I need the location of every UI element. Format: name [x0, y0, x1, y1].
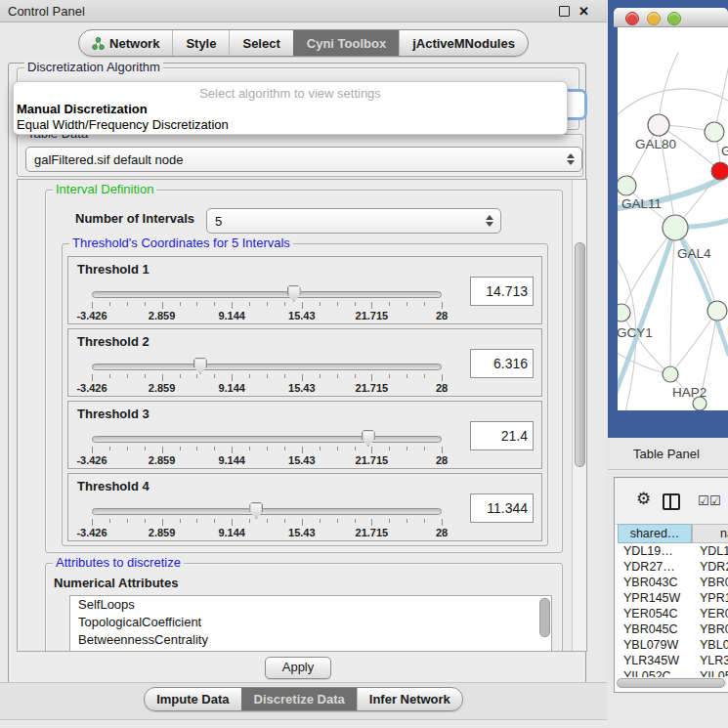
- cell-name[interactable]: YIL05: [692, 668, 728, 677]
- threshold-slider[interactable]: -3.4262.8599.14415.4321.71528: [92, 357, 442, 392]
- tab-label: jActiveMNodules: [412, 36, 515, 51]
- slider-handle[interactable]: [362, 430, 375, 447]
- cell-name[interactable]: YBR04: [692, 575, 728, 590]
- threshold-slider[interactable]: -3.4262.8599.14415.4321.71528: [92, 284, 442, 320]
- network-node-label: GAL4: [677, 246, 711, 261]
- tick-mark: [180, 374, 181, 378]
- cell-name[interactable]: YBR04: [692, 621, 728, 637]
- cell-shared-name[interactable]: YLR345W: [618, 653, 692, 668]
- mac-minimize-button[interactable]: [647, 12, 661, 25]
- tick-mark: [196, 519, 197, 523]
- group-title: Threshold's Coordinates for 5 Intervals: [69, 236, 293, 250]
- network-node-3[interactable]: [618, 176, 636, 195]
- tick-mark: [371, 302, 372, 309]
- cell-shared-name[interactable]: YBR043C: [618, 575, 692, 590]
- network-node-1[interactable]: [705, 122, 724, 142]
- threshold-value-field[interactable]: 14.713: [470, 277, 534, 306]
- checkbox-icon[interactable]: ☑: [698, 494, 709, 507]
- cell-name[interactable]: YER05: [692, 606, 728, 621]
- tick-mark: [389, 447, 390, 450]
- table-row[interactable]: YDR27…YDR27: [618, 559, 728, 575]
- split-columns-icon[interactable]: [663, 493, 680, 510]
- tab-cyni-toolbox[interactable]: Cyni Toolbox: [293, 30, 399, 56]
- network-canvas[interactable]: GAL80G.CGAL11GAL4GCY1HHAP2: [618, 27, 728, 410]
- tick-mark: [109, 374, 110, 378]
- attribute-item-topologicalcoefficient[interactable]: TopologicalCoefficient: [70, 614, 551, 631]
- network-window-titlebar[interactable]: [614, 8, 728, 27]
- table-row[interactable]: YER054CYER05: [618, 606, 728, 621]
- attribute-item-betweennesscentrality[interactable]: BetweennessCentrality: [70, 631, 551, 649]
- table-hscrollbar-thumb[interactable]: [617, 678, 725, 688]
- algorithm-option-equal-width[interactable]: Equal Width/Frequency Discretization: [14, 116, 567, 132]
- table-row[interactable]: YBR043CYBR04: [618, 575, 728, 590]
- apply-button[interactable]: Apply: [265, 657, 331, 679]
- panel-scrollbar-thumb[interactable]: [575, 242, 585, 467]
- tick-mark: [109, 447, 110, 450]
- tab-label: Select: [242, 36, 279, 51]
- group-title: Attributes to discretize: [53, 555, 184, 570]
- tab-select[interactable]: Select: [229, 30, 292, 56]
- cell-shared-name[interactable]: YBL079W: [618, 637, 692, 653]
- table-row[interactable]: YLR345WYLR34: [618, 653, 728, 668]
- slider-track: [92, 291, 442, 298]
- column-header-name[interactable]: na: [692, 524, 728, 543]
- table-row[interactable]: YBL079WYBL07: [618, 637, 728, 653]
- column-header-shared-name[interactable]: shared…: [618, 524, 692, 543]
- number-of-intervals-combo[interactable]: 5: [206, 208, 501, 234]
- network-node-4[interactable]: [663, 215, 688, 240]
- network-node-5[interactable]: [618, 304, 630, 321]
- network-node-2[interactable]: [711, 162, 728, 180]
- tab-network[interactable]: Network: [79, 30, 172, 56]
- gear-icon[interactable]: ⚙: [636, 491, 651, 507]
- table-data-combo[interactable]: galFiltered.sif default node: [25, 147, 582, 172]
- tick-label: 2.859: [149, 310, 176, 321]
- network-node-7[interactable]: [663, 366, 678, 382]
- checkbox-icon[interactable]: ☑: [709, 494, 721, 507]
- threshold-value-field[interactable]: 6.316: [470, 349, 534, 378]
- cell-name[interactable]: YPR14: [692, 590, 728, 606]
- cell-shared-name[interactable]: YBR045C: [618, 621, 692, 637]
- mac-zoom-button[interactable]: [667, 12, 681, 25]
- slider-tick-labels: -3.4262.8599.14415.4321.71528: [92, 382, 442, 394]
- tick-mark: [249, 519, 250, 523]
- cell-shared-name[interactable]: YDR27…: [618, 559, 692, 575]
- cell-name[interactable]: YBL07: [692, 637, 728, 653]
- table-row[interactable]: YIL052CYIL05: [618, 668, 728, 677]
- network-node-6[interactable]: [707, 301, 727, 321]
- attribute-item-selfloops[interactable]: SelfLoops: [70, 596, 551, 614]
- slider-handle[interactable]: [249, 502, 263, 519]
- tab-jactivemnodules[interactable]: jActiveMNodules: [399, 30, 528, 56]
- tab-discretize-data[interactable]: Discretize Data: [241, 688, 357, 710]
- table-row[interactable]: YPR145WYPR14: [618, 590, 728, 606]
- table-row[interactable]: YDL19…YDL19: [618, 543, 728, 559]
- threshold-value-field[interactable]: 11.344: [470, 493, 534, 523]
- tab-infer-network[interactable]: Infer Network: [357, 688, 462, 710]
- tab-style[interactable]: Style: [172, 30, 229, 56]
- close-icon[interactable]: ✕: [578, 5, 589, 18]
- tab-impute-data[interactable]: Impute Data: [145, 688, 240, 710]
- cell-shared-name[interactable]: YPR145W: [618, 590, 692, 606]
- algorithm-option-manual[interactable]: Manual Discretization: [14, 101, 567, 116]
- slider-handle[interactable]: [193, 358, 207, 374]
- cell-name[interactable]: YDL19: [692, 543, 728, 559]
- network-node-0[interactable]: [648, 114, 669, 136]
- cell-name[interactable]: YDR27: [692, 559, 728, 575]
- tick-mark: [407, 374, 407, 378]
- slider-handle[interactable]: [287, 285, 301, 302]
- threshold-slider[interactable]: -3.4262.8599.14415.4321.71528: [92, 429, 442, 464]
- cell-shared-name[interactable]: YDL19…: [618, 543, 692, 559]
- cell-name[interactable]: YLR34: [692, 653, 728, 668]
- list-scrollbar-thumb[interactable]: [539, 598, 550, 637]
- threshold-value-field[interactable]: 21.4: [470, 421, 534, 450]
- mac-close-button[interactable]: [625, 12, 639, 25]
- bottom-tab-bar: Impute DataDiscretize DataInfer Network: [144, 687, 463, 711]
- tab-label: Impute Data: [156, 692, 229, 707]
- threshold-slider[interactable]: -3.4262.8599.14415.4321.71528: [92, 501, 442, 536]
- tick-label: 28: [436, 310, 448, 321]
- cell-shared-name[interactable]: YER054C: [618, 606, 692, 621]
- table-row[interactable]: YBR045CYBR04: [618, 621, 728, 637]
- cell-shared-name[interactable]: YIL052C: [618, 668, 692, 677]
- float-window-icon[interactable]: [559, 6, 570, 17]
- tick-mark: [355, 302, 356, 306]
- tick-mark: [337, 374, 338, 378]
